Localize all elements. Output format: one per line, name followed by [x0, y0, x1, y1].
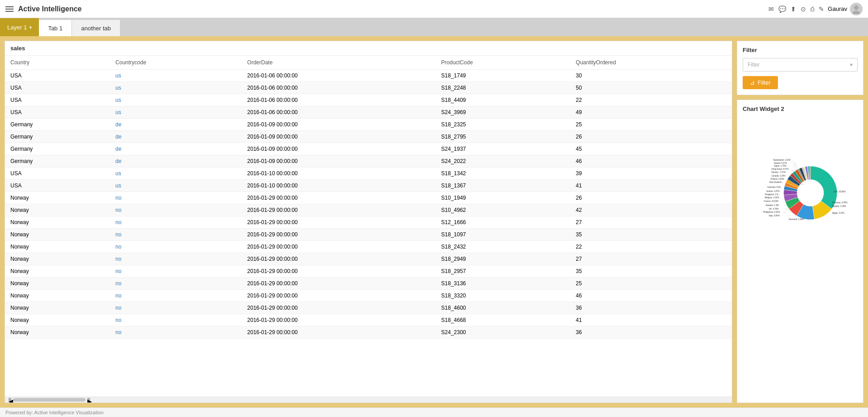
- table-cell: Norway: [5, 278, 110, 290]
- chart-label: Ireland: 0.47%: [774, 162, 787, 164]
- table-row: Norwayno2016-01-29 00:00:00S18_295735: [5, 265, 732, 278]
- table-cell: 2016-01-29 00:00:00: [242, 192, 436, 204]
- table-cell: no: [110, 314, 242, 326]
- scroll-left-arrow[interactable]: ◀: [9, 398, 11, 402]
- filter-funnel-icon: ⊿: [750, 79, 755, 86]
- table-cell: Norway: [5, 302, 110, 314]
- table-scroll-wrapper[interactable]: Country Countrycode OrderDate ProductCod…: [5, 56, 732, 397]
- filter-widget: Filter Filter ▾ ⊿ Filter: [737, 41, 863, 95]
- edit-icon[interactable]: ✎: [819, 5, 824, 13]
- tab-another[interactable]: another tab: [72, 20, 120, 36]
- table-row: Germanyde2016-01-09 00:00:00S18_279526: [5, 131, 732, 143]
- table-row: Norwayno2016-01-29 00:00:00S18_294927: [5, 253, 732, 265]
- table-cell: S18_3136: [436, 278, 571, 290]
- table-cell: 2016-01-29 00:00:00: [242, 241, 436, 253]
- table-cell: 26: [570, 131, 732, 143]
- table-cell: S18_1367: [436, 180, 571, 192]
- table-cell: S24_1937: [436, 143, 571, 155]
- svg-point-1: [853, 11, 860, 14]
- user-avatar[interactable]: [850, 3, 863, 15]
- table-cell: 2016-01-29 00:00:00: [242, 229, 436, 241]
- table-cell: 42: [570, 204, 732, 216]
- tab-1[interactable]: Tab 1: [39, 20, 72, 36]
- table-cell: 22: [570, 94, 732, 106]
- filter-select[interactable]: Filter ▾: [743, 58, 858, 72]
- chart-title: Chart Widget 2: [743, 105, 858, 112]
- table-cell: us: [110, 70, 242, 82]
- layer-tab[interactable]: Layer 1 ▾: [0, 18, 39, 36]
- share-icon[interactable]: ⊙: [801, 5, 806, 13]
- layer-arrow-icon: ▾: [29, 25, 32, 30]
- table-cell: USA: [5, 106, 110, 119]
- table-cell: de: [110, 119, 242, 131]
- data-table: Country Countrycode OrderDate ProductCod…: [5, 56, 732, 339]
- scrollbar-x[interactable]: ◀ ▶: [5, 397, 732, 403]
- scroll-right-arrow[interactable]: ▶: [87, 398, 90, 402]
- table-cell: 2016-01-06 00:00:00: [242, 82, 436, 94]
- app-title: Active Intelligence: [18, 5, 82, 13]
- table-cell: 2016-01-29 00:00:00: [242, 204, 436, 216]
- table-cell: us: [110, 82, 242, 94]
- app-header: Active Intelligence ✉ 💬 ⬆ ⊙ ⎙ ✎ Gaurav: [0, 0, 868, 18]
- table-cell: Norway: [5, 216, 110, 229]
- footer: Powered by: Active Intelligence Visualiz…: [0, 407, 868, 417]
- chat-icon[interactable]: 💬: [778, 5, 786, 13]
- table-cell: S18_1342: [436, 168, 571, 180]
- table-cell: 2016-01-29 00:00:00: [242, 265, 436, 278]
- table-cell: S18_2949: [436, 253, 571, 265]
- chart-connector-line: [793, 161, 797, 166]
- header-right: ✉ 💬 ⬆ ⊙ ⎙ ✎ Gaurav: [768, 3, 863, 15]
- table-cell: no: [110, 241, 242, 253]
- table-cell: S24_2300: [436, 326, 571, 339]
- chart-label: Italy: 3.84%: [769, 215, 780, 217]
- table-cell: S18_1749: [436, 70, 571, 82]
- filter-button[interactable]: ⊿ Filter: [743, 76, 778, 89]
- table-cell: Germany: [5, 131, 110, 143]
- table-cell: S18_1097: [436, 229, 571, 241]
- mail-icon[interactable]: ✉: [768, 5, 774, 13]
- footer-text: Powered by: Active Intelligence Visualiz…: [5, 410, 104, 415]
- table-cell: 25: [570, 278, 732, 290]
- chart-connector-line: [793, 167, 798, 171]
- scrollbar-thumb[interactable]: [13, 398, 86, 402]
- table-cell: S24_3969: [436, 106, 571, 119]
- chart-container: Switzerland: 1.02%Ireland: 0.47%Japan: 1…: [743, 116, 858, 270]
- chart-label: Japan: 1.75%: [774, 165, 787, 167]
- table-cell: 35: [570, 265, 732, 278]
- chart-label: Norway: 1.03%: [832, 205, 846, 207]
- table-cell: 27: [570, 253, 732, 265]
- table-cell: 2016-01-06 00:00:00: [242, 70, 436, 82]
- chart-connector-line: [784, 201, 784, 202]
- chart-label: USA: 33.85%: [833, 191, 845, 193]
- filter-btn-label: Filter: [758, 79, 771, 86]
- chart-label: Belgium: 1.02%: [765, 197, 779, 199]
- table-cell: us: [110, 168, 242, 180]
- print-icon[interactable]: ⎙: [811, 5, 814, 13]
- table-cell: USA: [5, 82, 110, 94]
- filter-title: Filter: [743, 47, 858, 53]
- table-cell: 2016-01-29 00:00:00: [242, 290, 436, 302]
- table-cell: Germany: [5, 119, 110, 131]
- table-cell: 2016-01-09 00:00:00: [242, 131, 436, 143]
- chart-label: Germany: 2.04%: [832, 201, 848, 204]
- table-row: Norwayno2016-01-29 00:00:00S12_166627: [5, 216, 732, 229]
- chart-label: UK: 4.76%: [769, 208, 779, 210]
- layer-label: Layer 1: [7, 24, 27, 31]
- table-cell: Norway: [5, 290, 110, 302]
- table-cell: S18_4668: [436, 314, 571, 326]
- hamburger-menu[interactable]: [5, 6, 14, 12]
- table-cell: Germany: [5, 143, 110, 155]
- table-cell: Norway: [5, 314, 110, 326]
- table-row: Norwayno2016-01-29 00:00:00S10_194926: [5, 192, 732, 204]
- table-cell: 2016-01-29 00:00:00: [242, 278, 436, 290]
- chart-label: Philippines: 0.91%: [763, 211, 780, 213]
- table-cell: 27: [570, 216, 732, 229]
- table-row: USAus2016-01-06 00:00:00S18_440922: [5, 94, 732, 106]
- export-icon[interactable]: ⬆: [791, 5, 796, 13]
- chart-label: Sweden: 1.9%: [766, 204, 779, 206]
- table-row: USAus2016-01-06 00:00:00S18_174930: [5, 70, 732, 82]
- table-row: Norwayno2016-01-29 00:00:00S18_243222: [5, 241, 732, 253]
- table-cell: 36: [570, 326, 732, 339]
- table-cell: de: [110, 143, 242, 155]
- chart-label: Austria: 1.87%: [766, 190, 779, 192]
